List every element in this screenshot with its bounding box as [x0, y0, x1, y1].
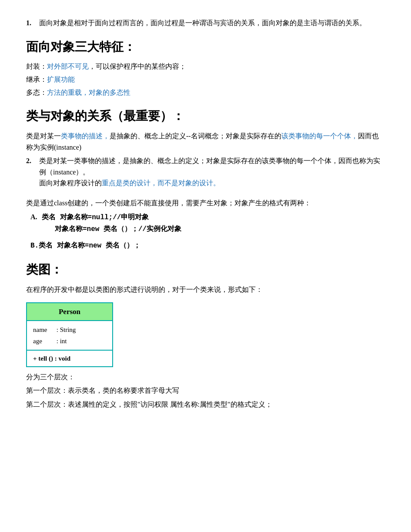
item-content-1: 面向对象是相对于面向过程而言的，面向过程是一种谓语与宾语的关系，面向对象的是主语…	[39, 17, 385, 29]
heading1-section: 面向对象三大特征： 封装：对外部不可见，可以保护程序中的某些内容； 继承：扩展功…	[26, 37, 385, 98]
level2-after: 属性名称:属性类型"的格式定义；	[170, 401, 272, 408]
item2-main: 类是对某一类事物的描述，是抽象的、概念上的定义；对象是实际存在的该类事物的每一个…	[39, 157, 380, 176]
class-diagram-intro: 在程序的开发中都是以类图的形式进行说明的，对于一个类来说，形式如下：	[26, 284, 385, 295]
heading-oop-features: 面向对象三大特征：	[26, 37, 385, 57]
uml-class-diagram: Person name : String age : int + tell ()…	[26, 302, 113, 367]
class-creation-section: 类是通过class创建的，一个类创建后不能直接使用，需要产生对象；对象产生的格式…	[26, 197, 385, 251]
attr1-type: : String	[57, 326, 76, 333]
polymorphism-label: 多态：	[26, 89, 47, 96]
item-b-content: B.类名 对象名称=new 类名（）；	[30, 242, 140, 250]
item-a-label: A.	[30, 211, 42, 235]
inheritance-line: 继承：扩展功能	[26, 74, 385, 85]
heading-class-object-relation: 类与对象的关系（最重要）：	[26, 107, 385, 126]
class-name-row: Person	[27, 303, 112, 321]
encapsulation-rest: ，可以保护程序中的某些内容；	[89, 63, 186, 70]
polymorphism-line: 多态：方法的重载，对象的多态性	[26, 87, 385, 98]
numbered-item-1: 1. 面向对象是相对于面向过程而言的，面向过程是一种谓语与宾语的关系，面向对象的…	[26, 17, 385, 29]
relation-para1: 类是对某一类事物的描述，是抽象的、概念上的定义--名词概念；对象是实际存在的该类…	[26, 130, 385, 153]
item-a-line1: 类名 对象名称=null;//申明对象	[42, 214, 149, 221]
attribute-name: name : String	[33, 325, 106, 335]
item-content-2: 类是对某一类事物的描述，是抽象的、概念上的定义；对象是实际存在的该类事物的每一个…	[39, 155, 385, 189]
polymorphism-link[interactable]: 方法的重载，对象的多态性	[47, 89, 130, 96]
relation-p1-before: 类是对某一	[26, 132, 61, 140]
methods-row: + tell () : void	[27, 351, 112, 366]
heading2-section: 类与对象的关系（最重要）： 类是对某一类事物的描述，是抽象的、概念上的定义--名…	[26, 107, 385, 189]
item2-link2[interactable]: 而不是对象的设计。	[157, 179, 220, 187]
class-creation-text: 类是通过class创建的，一个类创建后不能直接使用，需要产生对象；对象产生的格式…	[26, 199, 311, 207]
level2-text: 第二个层次：表述属性的定义，按照"访问权限 属性名称:属性类型"的格式定义；	[26, 399, 385, 410]
inheritance-label: 继承：	[26, 76, 47, 83]
item-a: A. 类名 对象名称=null;//申明对象 对象名称=new 类名（）；//实…	[30, 211, 385, 235]
encapsulation-link[interactable]: 对外部不可见	[47, 63, 89, 70]
attr2-type: : int	[57, 338, 67, 345]
levels-intro: 分为三个层次：	[26, 371, 385, 383]
item-a-line2: 对象名称=new 类名（）；//实例化对象	[55, 225, 181, 233]
item-b: B.类名 对象名称=new 类名（）；	[30, 240, 385, 252]
encapsulation-line: 封装：对外部不可见，可以保护程序中的某些内容；	[26, 61, 385, 72]
attr2-name: age	[33, 336, 55, 346]
level2-before: 第二个层次：表述属性的定义，按照"访问权限	[26, 401, 168, 408]
item-number-2: 2.	[26, 155, 39, 189]
intro-section: 1. 面向对象是相对于面向过程而言的，面向过程是一种谓语与宾语的关系，面向对象的…	[26, 17, 385, 29]
method-tell: + tell () : void	[33, 355, 70, 362]
item2-sub-before: 面向对象程序设计的	[39, 179, 102, 187]
inheritance-link[interactable]: 扩展功能	[47, 76, 75, 83]
heading-class-diagram: 类图：	[26, 260, 385, 280]
attributes-row: name : String age : int	[27, 321, 112, 351]
attr1-name: name	[33, 325, 55, 335]
heading3-section: 类图： 在程序的开发中都是以类图的形式进行说明的，对于一个类来说，形式如下： P…	[26, 260, 385, 410]
level1-text: 第一个层次：表示类名，类的名称要求首字母大写	[26, 385, 385, 396]
numbered-item-2: 2. 类是对某一类事物的描述，是抽象的、概念上的定义；对象是实际存在的该类事物的…	[26, 155, 385, 189]
class-name: Person	[59, 308, 80, 316]
item-a-content: 类名 对象名称=null;//申明对象 对象名称=new 类名（）；//实例化对…	[42, 211, 385, 235]
attribute-age: age : int	[33, 336, 106, 346]
class-creation-para: 类是通过class创建的，一个类创建后不能直接使用，需要产生对象；对象产生的格式…	[26, 197, 385, 209]
item2-link1[interactable]: 重点是类的设计，	[102, 179, 157, 187]
relation-link2[interactable]: 该类事物的每一个个体，	[281, 132, 358, 140]
relation-link1[interactable]: 类事物的描述，	[61, 132, 110, 140]
item-number-1: 1.	[26, 17, 39, 29]
relation-p1-mid: 是抽象的、概念上的定义--名词概念；对象是实际存在的	[110, 132, 281, 140]
encapsulation-label: 封装：	[26, 63, 47, 70]
